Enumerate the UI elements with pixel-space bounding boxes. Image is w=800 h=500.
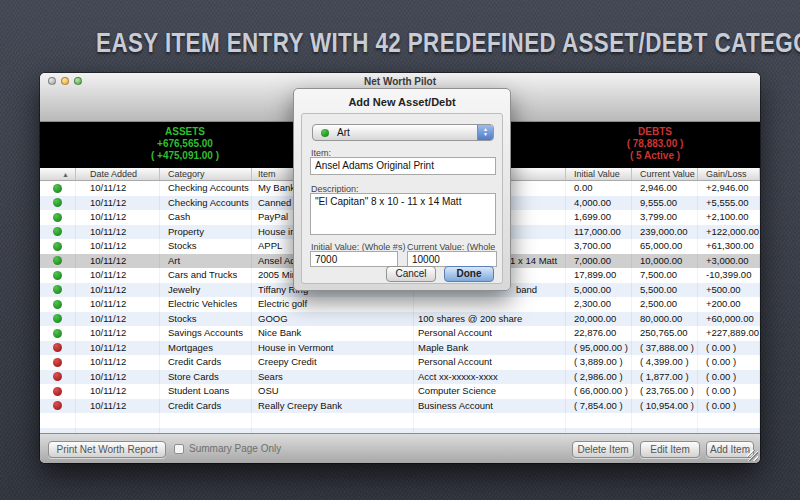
header-category[interactable]: Category	[160, 168, 252, 180]
cell-category: Jewelry	[160, 283, 252, 298]
current-value-input[interactable]: 10000	[407, 251, 497, 267]
cell-date-added: 10/11/12	[76, 181, 160, 196]
cell-empty	[76, 413, 160, 428]
sort-arrow-icon[interactable]: ▲	[40, 168, 76, 180]
cell-initial-value: 5,000.00	[566, 283, 632, 298]
cell-item: Nice Bank	[252, 326, 414, 341]
cell-initial-value: 22,876.00	[566, 326, 632, 341]
cell-item: Sears	[252, 370, 414, 385]
category-status-dot-icon	[321, 129, 329, 137]
cell-category: Stocks	[160, 239, 252, 254]
cell-status	[40, 210, 76, 225]
popup-stepper-icon[interactable]: ▲▼	[477, 125, 493, 140]
cell-current-value: 250,765.00	[632, 326, 698, 341]
cell-item: Creepy Credit	[252, 355, 414, 370]
cell-empty	[160, 413, 252, 428]
cell-initial-value: 0.00	[566, 181, 632, 196]
cell-category: Student Loans	[160, 384, 252, 399]
table-row-empty	[40, 413, 760, 428]
cell-description: Computer Science	[414, 384, 566, 399]
cell-initial-value: 7,000.00	[566, 254, 632, 269]
cell-current-value: 2,500.00	[632, 297, 698, 312]
cell-date-added: 10/11/12	[76, 297, 160, 312]
cell-current-value: ( 23,765.00 )	[632, 384, 698, 399]
cell-description: Personal Account	[414, 355, 566, 370]
category-popup[interactable]: Art ▲▼	[312, 124, 494, 141]
status-dot-icon	[53, 271, 62, 280]
table-row[interactable]: 10/11/12Credit CardsReally Creepy BankBu…	[40, 399, 760, 414]
header-gain-loss[interactable]: Gain/Loss	[698, 168, 760, 180]
cell-category: Credit Cards	[160, 355, 252, 370]
table-row[interactable]: 10/11/12StocksGOOG100 shares @ 200 share…	[40, 312, 760, 327]
table-row[interactable]: 10/11/12Credit CardsCreepy CreditPersona…	[40, 355, 760, 370]
table-row[interactable]: 10/11/12Student LoansOSUComputer Science…	[40, 384, 760, 399]
cell-current-value: 5,500.00	[632, 283, 698, 298]
status-dot-icon	[53, 213, 62, 222]
cell-empty	[252, 413, 414, 428]
cell-status	[40, 326, 76, 341]
cell-status	[40, 283, 76, 298]
cell-status	[40, 370, 76, 385]
cell-category: Store Cards	[160, 370, 252, 385]
cancel-button[interactable]: Cancel	[386, 266, 436, 282]
cell-initial-value: ( 7,854.00 )	[566, 399, 632, 414]
summary-only-label: Summary Page Only	[189, 443, 281, 454]
assets-summary: ASSETS +676,565.00 ( +475,091.00 )	[100, 126, 270, 162]
cell-empty	[40, 413, 76, 428]
cell-empty	[566, 413, 632, 428]
status-dot-icon	[53, 343, 62, 352]
table-row[interactable]: 10/11/12Electric VehiclesElectric golf2,…	[40, 297, 760, 312]
initial-value-input[interactable]: 7000	[310, 251, 398, 267]
cell-category: Checking Accounts	[160, 196, 252, 211]
cell-date-added: 10/11/12	[76, 312, 160, 327]
cell-gain-loss: ( 0.00 )	[698, 384, 760, 399]
cell-current-value: 239,000.00	[632, 225, 698, 240]
cell-gain-loss: +5,555.00	[698, 196, 760, 211]
window-title: Net Worth Pilot	[40, 76, 760, 87]
done-button[interactable]: Done	[444, 266, 494, 282]
cell-category: Checking Accounts	[160, 181, 252, 196]
debts-summary: DEBTS ( 78,883.00 ) ( 5 Active )	[570, 126, 740, 162]
dialog-form-box: Art ▲▼ Item: Ansel Adams Original Print …	[301, 113, 503, 284]
print-report-button[interactable]: Print Net Worth Report	[48, 441, 166, 458]
cell-empty	[414, 413, 566, 428]
status-dot-icon	[53, 314, 62, 323]
status-dot-icon	[53, 227, 62, 236]
header-current-value[interactable]: Current Value	[632, 168, 698, 180]
cell-date-added: 10/11/12	[76, 283, 160, 298]
cell-gain-loss: +200.00	[698, 297, 760, 312]
cell-gain-loss: ( 0.00 )	[698, 355, 760, 370]
cell-item: GOOG	[252, 312, 414, 327]
header-initial-value[interactable]: Initial Value	[566, 168, 632, 180]
cell-category: Mortgages	[160, 341, 252, 356]
resize-grip-icon[interactable]	[747, 450, 758, 461]
table-row[interactable]: 10/11/12Store CardsSearsAcct xx-xxxxx-xx…	[40, 370, 760, 385]
cell-status	[40, 181, 76, 196]
status-dot-icon	[53, 242, 62, 251]
cell-status	[40, 399, 76, 414]
edit-item-button[interactable]: Edit Item	[640, 441, 700, 458]
cell-status	[40, 225, 76, 240]
status-dot-icon	[53, 285, 62, 294]
cell-status	[40, 268, 76, 283]
cell-category: Property	[160, 225, 252, 240]
status-dot-icon	[53, 387, 62, 396]
table-row[interactable]: 10/11/12Savings AccountsNice BankPersona…	[40, 326, 760, 341]
add-asset-dialog: Add New Asset/Debt Art ▲▼ Item: Ansel Ad…	[293, 88, 511, 291]
cell-initial-value: ( 3,889.00 )	[566, 355, 632, 370]
summary-only-checkbox[interactable]	[174, 444, 184, 454]
cell-category: Art	[160, 254, 252, 269]
cell-initial-value: 4,000.00	[566, 196, 632, 211]
cell-status	[40, 341, 76, 356]
header-date-added[interactable]: Date Added	[76, 168, 160, 180]
debts-label: DEBTS	[570, 126, 740, 138]
item-input[interactable]: Ansel Adams Original Print	[310, 157, 496, 175]
cell-gain-loss: +500.00	[698, 283, 760, 298]
cell-description: Business Account	[414, 399, 566, 414]
table-row[interactable]: 10/11/12MortgagesHouse in VermontMaple B…	[40, 341, 760, 356]
delete-item-button[interactable]: Delete Item	[572, 441, 634, 458]
dialog-title: Add New Asset/Debt	[294, 96, 510, 108]
debts-total: ( 78,883.00 )	[570, 138, 740, 150]
description-input[interactable]: "El Capitan" 8 x 10 - 11 x 14 Matt	[310, 193, 496, 235]
cell-description: 100 shares @ 200 share	[414, 312, 566, 327]
